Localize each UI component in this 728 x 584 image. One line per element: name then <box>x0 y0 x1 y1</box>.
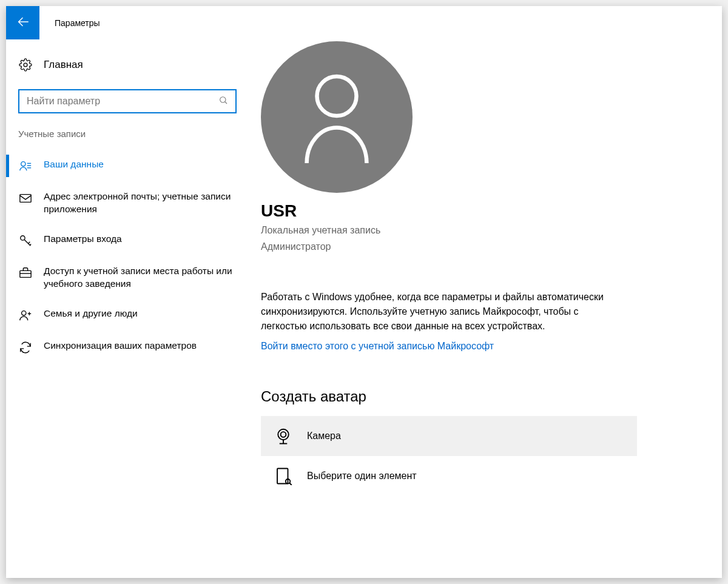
search-icon <box>218 95 228 107</box>
sidebar-item-label: Синхронизация ваших параметров <box>44 340 237 352</box>
sidebar-item-work-access[interactable]: Доступ к учетной записи места работы или… <box>6 257 249 299</box>
sidebar-item-label: Доступ к учетной записи места работы или… <box>44 265 237 290</box>
search-input[interactable] <box>27 96 218 107</box>
avatar <box>261 41 413 193</box>
window-title: Параметры <box>39 18 100 28</box>
svg-point-4 <box>21 162 25 166</box>
titlebar: Параметры <box>6 6 722 39</box>
sync-icon <box>18 340 33 355</box>
svg-point-12 <box>22 310 26 315</box>
account-type: Локальная учетная запись <box>261 223 701 237</box>
settings-window: Параметры Главная Учетные записи <box>6 6 722 578</box>
sidebar-item-sync[interactable]: Синхронизация ваших параметров <box>6 331 249 363</box>
back-button[interactable] <box>6 6 39 39</box>
account-role: Администратор <box>261 240 701 253</box>
sidebar-item-label: Адрес электронной почты; учетные записи … <box>44 190 237 216</box>
avatar-option-browse[interactable]: Выберите один элемент <box>261 456 637 496</box>
svg-rect-8 <box>20 195 31 203</box>
svg-point-15 <box>317 76 357 116</box>
sidebar-home-label: Главная <box>44 59 83 71</box>
search-box[interactable] <box>18 89 237 113</box>
browse-icon <box>274 467 292 485</box>
option-label: Камера <box>307 431 341 441</box>
svg-line-22 <box>289 483 292 486</box>
camera-icon <box>274 427 292 445</box>
sidebar-section-label: Учетные записи <box>6 129 249 150</box>
key-icon <box>18 233 33 248</box>
svg-point-9 <box>21 236 25 240</box>
gear-icon <box>18 58 33 72</box>
create-avatar-heading: Создать аватар <box>261 388 701 405</box>
sidebar-item-label: Ваши данные <box>44 158 237 171</box>
sidebar-home[interactable]: Главная <box>6 52 249 78</box>
svg-rect-10 <box>20 270 31 277</box>
mail-icon <box>18 191 33 206</box>
content-pane: USR Локальная учетная запись Администрат… <box>249 39 722 578</box>
sidebar-item-signin-options[interactable]: Параметры входа <box>6 224 249 257</box>
svg-point-2 <box>220 97 226 102</box>
sidebar-item-label: Семья и другие люди <box>44 307 237 320</box>
svg-rect-20 <box>277 469 288 484</box>
briefcase-icon <box>18 266 33 280</box>
svg-point-17 <box>281 432 286 438</box>
sync-description: Работать с Windows удобнее, когда все па… <box>261 290 613 334</box>
person-card-icon <box>18 159 33 173</box>
signin-microsoft-link[interactable]: Войти вместо этого с учетной записью Май… <box>261 341 494 352</box>
person-add-icon <box>18 308 33 323</box>
arrow-left-icon <box>16 15 30 31</box>
svg-line-3 <box>225 102 227 104</box>
option-label: Выберите один элемент <box>307 471 417 482</box>
person-icon <box>297 67 376 167</box>
sidebar-item-email-accounts[interactable]: Адрес электронной почты; учетные записи … <box>6 182 249 224</box>
user-name: USR <box>261 201 701 221</box>
avatar-option-camera[interactable]: Камера <box>261 416 637 456</box>
sidebar-item-label: Параметры входа <box>44 233 237 246</box>
sidebar-item-family[interactable]: Семья и другие люди <box>6 299 249 331</box>
sidebar: Главная Учетные записи Ваши данные <box>6 39 249 578</box>
sidebar-item-your-info[interactable]: Ваши данные <box>6 150 249 182</box>
svg-point-16 <box>278 429 289 440</box>
svg-point-1 <box>24 63 27 67</box>
